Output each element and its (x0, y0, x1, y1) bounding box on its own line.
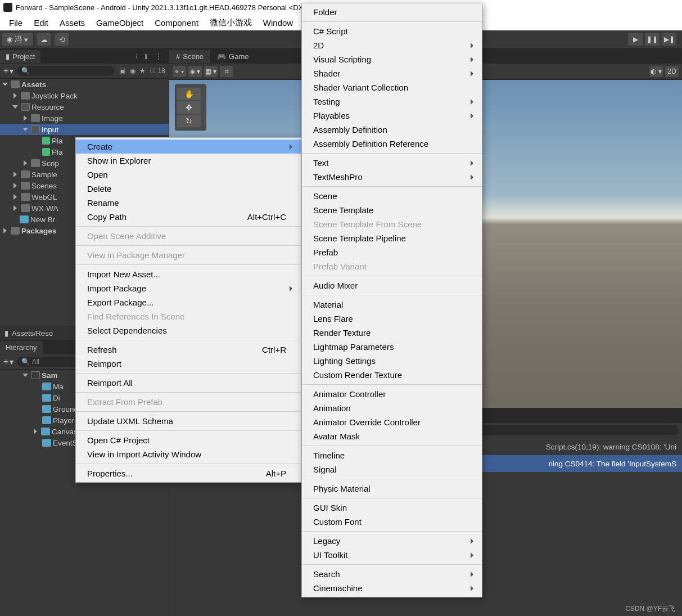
create-menu-item[interactable]: Physic Material (302, 482, 482, 496)
play-button[interactable]: ▶ (628, 33, 643, 46)
hidden-icon[interactable]: 👁̸ (148, 67, 158, 75)
assets-menu-item[interactable]: Select Dependencies (76, 323, 301, 338)
tree-assets[interactable]: Assets (0, 79, 169, 90)
folder-icon (11, 80, 20, 88)
create-menu-item[interactable]: 2D (302, 38, 482, 52)
favorite-icon[interactable]: ★ (138, 67, 148, 75)
hand-tool[interactable]: ✋ (177, 88, 201, 100)
create-menu-item[interactable]: Playables (302, 109, 482, 123)
project-tab[interactable]: ▮ Project (0, 50, 40, 63)
create-menu-item[interactable]: Scene Template (302, 203, 482, 217)
tree-resource[interactable]: Resource (0, 101, 169, 113)
folder-icon (21, 204, 30, 212)
menu-file[interactable]: File (3, 16, 28, 29)
create-menu-item[interactable]: GUI Skin (302, 501, 482, 515)
menu-wechat[interactable]: 微信小游戏 (204, 16, 258, 30)
create-menu-item[interactable]: Avatar Mask (302, 429, 482, 443)
create-menu-item[interactable]: Lightmap Parameters (302, 340, 482, 354)
create-menu-item[interactable]: Signal (302, 462, 482, 476)
create-menu-item[interactable]: Custom Render Texture (302, 368, 482, 382)
assets-menu-item[interactable]: Import New Asset... (76, 267, 301, 281)
assets-menu-item[interactable]: View in Import Activity Window (76, 447, 301, 461)
create-menu-item[interactable]: Visual Scripting (302, 52, 482, 66)
create-menu-item[interactable]: Text (302, 156, 482, 170)
move-tool[interactable]: ✥ (177, 101, 201, 114)
create-menu-item[interactable]: Render Texture (302, 326, 482, 340)
create-menu-item[interactable]: Animator Controller (302, 387, 482, 401)
create-menu-item[interactable]: Assembly Definition Reference (302, 137, 482, 151)
tree-joystick[interactable]: Joystick Pack (0, 90, 169, 101)
tree-input[interactable]: Input (0, 124, 169, 135)
tree-image[interactable]: Image (0, 113, 169, 124)
create-menu-item[interactable]: Cinemachine (302, 581, 482, 595)
create-menu-item[interactable]: Animation (302, 401, 482, 415)
rotate-tool[interactable]: ↻ (177, 115, 201, 127)
create-menu-item[interactable]: Timeline (302, 448, 482, 462)
tool-pivot[interactable]: ⌖ ▾ (173, 66, 186, 77)
create-menu-item[interactable]: Prefab (302, 245, 482, 259)
menu-component[interactable]: Component (149, 16, 204, 29)
tool-shading[interactable]: ◐ ▾ (649, 66, 663, 77)
menu-window[interactable]: Window (258, 16, 299, 29)
hierarchy-tab[interactable]: Hierarchy (0, 341, 43, 354)
assets-menu-item[interactable]: Import Package (76, 281, 301, 295)
assets-menu-item[interactable]: Open (76, 168, 301, 182)
assets-menu-item[interactable]: Reimport All (76, 376, 301, 390)
create-menu-item[interactable]: Testing (302, 95, 482, 109)
project-search-input[interactable]: 🔍 (17, 66, 114, 76)
assets-menu-item[interactable]: Reimport (76, 357, 301, 371)
add-asset-button[interactable]: + (3, 66, 8, 76)
assets-menu-item[interactable]: Update UXML Schema (76, 414, 301, 428)
create-menu-item[interactable]: Lighting Settings (302, 354, 482, 368)
create-menu-item[interactable]: Custom Font (302, 515, 482, 529)
folder-icon (31, 159, 40, 167)
tool-handle[interactable]: ◈ ▾ (188, 66, 202, 77)
tool-grid[interactable]: ▦ ▾ (204, 66, 218, 77)
create-menu-item[interactable]: Shader Variant Collection (302, 80, 482, 95)
menu-edit[interactable]: Edit (28, 16, 54, 29)
game-tab[interactable]: 🎮Game (210, 50, 255, 63)
create-menu-item[interactable]: Legacy (302, 534, 482, 548)
create-menu-item[interactable]: Audio Mixer (302, 278, 482, 293)
create-menu-item[interactable]: Material (302, 298, 482, 312)
step-button[interactable]: ▶❚ (662, 33, 676, 46)
gameobject-icon (41, 428, 50, 435)
assets-menu-item[interactable]: RefreshCtrl+R (76, 343, 301, 357)
assets-menu-item[interactable]: Export Package... (76, 295, 301, 309)
create-menu-item[interactable]: Assembly Definition (302, 123, 482, 137)
watermark: CSDN @YF云飞 (625, 604, 675, 614)
create-menu-item[interactable]: Animator Override Controller (302, 415, 482, 429)
create-menu-item[interactable]: TextMeshPro (302, 170, 482, 184)
create-menu-item[interactable]: C# Script (302, 24, 482, 38)
assets-menu-item[interactable]: Create (76, 140, 301, 154)
dropdown-icon[interactable]: ▾ (10, 66, 13, 75)
account-button[interactable]: ◉ 冯 ▾ (2, 33, 33, 46)
assets-menu-item[interactable]: Show in Explorer (76, 154, 301, 168)
assets-menu-item[interactable]: Properties...Alt+P (76, 466, 301, 480)
layers-button[interactable]: ⟲ (55, 33, 69, 46)
assets-menu-item[interactable]: Delete (76, 182, 301, 196)
create-menu-item[interactable]: Scene (302, 189, 482, 203)
create-menu-item[interactable]: Scene Template Pipeline (302, 231, 482, 245)
create-menu-item[interactable]: Search (302, 567, 482, 581)
create-menu-item[interactable]: Shader (302, 66, 482, 80)
menu-gameobject[interactable]: GameObject (91, 16, 149, 29)
create-menu-item[interactable]: Folder (302, 5, 482, 19)
tool-snap[interactable]: ⌗ (220, 66, 233, 77)
dropdown-icon[interactable]: ▾ (10, 357, 13, 366)
pause-button[interactable]: ❚❚ (645, 33, 660, 46)
filter-type-icon[interactable]: ▣ (118, 67, 128, 75)
create-menu-item[interactable]: UI Toolkit (302, 548, 482, 562)
tool-2d[interactable]: 2D (665, 66, 679, 77)
scene-tab[interactable]: #Scene (169, 50, 210, 63)
add-gameobject-button[interactable]: + (3, 357, 8, 367)
assets-menu-item[interactable]: Rename (76, 196, 301, 210)
assets-menu-item[interactable]: Copy PathAlt+Ctrl+C (76, 210, 301, 224)
menu-separator (76, 264, 301, 265)
cloud-button[interactable]: ☁ (37, 33, 51, 46)
menu-assets[interactable]: Assets (54, 16, 91, 29)
assets-menu-item[interactable]: Open C# Project (76, 433, 301, 447)
filter-label-icon[interactable]: ◉ (128, 67, 138, 75)
create-menu-item[interactable]: Lens Flare (302, 312, 482, 326)
project-tab-menu[interactable]: ⁝ ⫿ ⋮ (130, 52, 169, 60)
